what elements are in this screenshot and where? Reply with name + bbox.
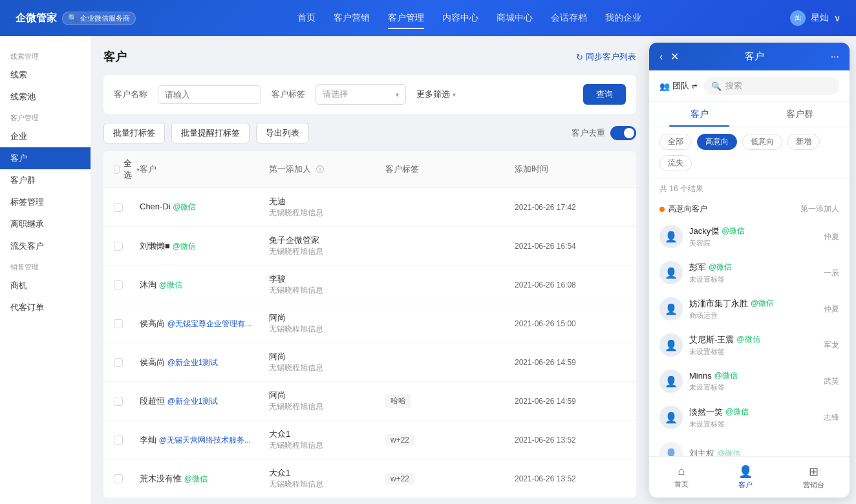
chip-all[interactable]: 全部 <box>659 134 692 150</box>
contact-item[interactable]: 👤 Minns @微信 未设置标签 武英 <box>649 363 850 399</box>
contact-info: 刘主权 @微信 <box>689 448 839 456</box>
footer-customer[interactable]: 👤 客户 <box>728 462 763 492</box>
row-checkbox[interactable] <box>114 436 123 445</box>
user-avatar: 灿 <box>790 10 806 26</box>
footer-marketing[interactable]: ⊞ 营销台 <box>793 462 835 492</box>
panel-footer: ⌂ 首页 👤 客户 ⊞ 营销台 <box>649 456 850 498</box>
sidebar-item-proxy-order[interactable]: 代客订单 <box>0 297 91 319</box>
wechat-link[interactable]: @微信 <box>172 242 195 251</box>
wechat-link[interactable]: @微信 <box>173 202 196 211</box>
sidebar-item-business-opportunity[interactable]: 商机 <box>0 275 91 297</box>
search-button[interactable]: 查询 <box>583 84 626 105</box>
nav-user[interactable]: 灿 星灿 ∨ <box>790 10 840 26</box>
table-row: Chen-Di @微信 无迪 无锡晓程旭信息 2021-06-26 17:42 <box>103 188 636 227</box>
sidebar-item-tag-management[interactable]: 标签管理 <box>0 191 91 213</box>
contact-avatar: 👤 <box>659 333 683 357</box>
tag-badge: w+22 <box>385 434 414 446</box>
chip-new[interactable]: 新增 <box>787 134 820 150</box>
team-button[interactable]: 👥 团队 ⇌ <box>659 80 697 92</box>
contact-item[interactable]: 👤 刘主权 @微信 <box>649 436 850 456</box>
action-row: 批量打标签 批量提醒打标签 导出列表 客户去重 <box>103 123 636 143</box>
contact-sub: 美容院 <box>689 238 817 248</box>
team-icon: 👥 <box>659 81 670 91</box>
contact-sub: 商场运营 <box>689 311 817 320</box>
customer-icon: 👤 <box>738 465 753 479</box>
row-checkbox[interactable] <box>114 397 123 406</box>
contact-sub: 未设置标签 <box>689 347 817 357</box>
sidebar-item-resignation-inherit[interactable]: 离职继承 <box>0 213 91 235</box>
contact-name: Jacky傑 @微信 <box>689 226 817 237</box>
row-checkbox[interactable] <box>114 242 123 251</box>
adder-name: 阿尚 <box>269 351 385 362</box>
company-link[interactable]: @新企业1测试 <box>167 397 219 406</box>
customer-tag-select[interactable]: 请选择 ▾ <box>316 84 406 105</box>
export-button[interactable]: 导出列表 <box>256 123 309 143</box>
company-link[interactable]: @无锡天营网络技术服务... <box>159 436 251 445</box>
row-checkbox[interactable] <box>114 358 123 367</box>
row-checkbox[interactable] <box>114 203 123 212</box>
sidebar-item-customers[interactable]: 客户 <box>0 147 91 169</box>
back-icon[interactable]: ‹ <box>659 51 663 63</box>
tab-customer-groups[interactable]: 客户群 <box>749 102 850 127</box>
panel-search-bar[interactable]: 🔍 搜索 <box>703 77 839 95</box>
nav-home[interactable]: 首页 <box>297 10 316 26</box>
contact-item[interactable]: 👤 妨洏市集丁永胜 @微信 商场运营 仲夏 <box>649 291 850 327</box>
nav-customer-management[interactable]: 客户管理 <box>388 10 424 26</box>
logo-area: 企微管家 🔍 企业微信服务商 <box>16 12 136 25</box>
customer-name-input[interactable] <box>158 85 261 104</box>
chip-high-intent[interactable]: 高意向 <box>697 134 737 150</box>
contact-name: 淡然一笑 @微信 <box>689 406 817 418</box>
footer-home[interactable]: ⌂ 首页 <box>664 462 699 492</box>
row-checkbox[interactable] <box>114 280 123 289</box>
contact-avatar: 👤 <box>659 261 683 284</box>
nav-customer-marketing[interactable]: 客户营销 <box>334 10 370 26</box>
right-panel: ‹ ✕ 客户 ··· 👥 团队 ⇌ 🔍 搜索 客户 客户群 全部 高意向 低意向 <box>649 43 850 498</box>
wechat-link[interactable]: @微信 <box>159 280 182 289</box>
section-title: 高意向客户 <box>659 204 707 215</box>
sidebar-item-customer-groups[interactable]: 客户群 <box>0 169 91 191</box>
nav-session-archive[interactable]: 会话存档 <box>551 10 587 26</box>
adder-name: 无迪 <box>269 196 385 207</box>
sidebar-item-lost-customers[interactable]: 流失客户 <box>0 235 91 257</box>
adder-name: 兔子企微管家 <box>269 235 385 246</box>
contact-info: Jacky傑 @微信 美容院 <box>689 226 817 248</box>
contact-item[interactable]: 👤 淡然一笑 @微信 未设置标签 志锋 <box>649 399 850 436</box>
contact-item[interactable]: 👤 Jacky傑 @微信 美容院 仲夏 <box>649 218 850 255</box>
contact-item[interactable]: 👤 艾尼斯-王震 @微信 未设置标签 军龙 <box>649 327 850 363</box>
contact-name: 彭军 @微信 <box>689 262 817 273</box>
row-checkbox[interactable] <box>114 474 123 483</box>
table-header: 全选 ▾ 客户 第一添加人 ⓘ 客户标签 添加时间 <box>103 151 636 188</box>
more-filter-btn[interactable]: 更多筛选 ▾ <box>416 89 456 100</box>
filter-chips: 全部 高意向 低意向 新增 流失 <box>649 127 850 178</box>
select-all-header[interactable]: 全选 ▾ <box>114 158 140 181</box>
table-row: 侯高尚 @新企业1测试 阿尚 无锡晓程旭信息 2021-06-26 14:59 <box>103 343 636 382</box>
customer-name: 沐淘 @微信 <box>140 279 269 291</box>
contact-item[interactable]: 👤 彭军 @微信 未设置标签 一辰 <box>649 255 850 291</box>
batch-tag-button[interactable]: 批量打标签 <box>103 123 165 143</box>
sidebar-item-leads[interactable]: 线索 <box>0 64 91 86</box>
contact-avatar: 👤 <box>659 442 683 456</box>
chip-low-intent[interactable]: 低意向 <box>742 134 782 150</box>
search-badge[interactable]: 🔍 企业微信服务商 <box>62 12 136 25</box>
contact-adder: 仲夏 <box>824 304 839 315</box>
company-link[interactable]: @新企业1测试 <box>167 358 219 367</box>
sidebar-item-leads-pool[interactable]: 线索池 <box>0 86 91 108</box>
nav-mall-center[interactable]: 商城中心 <box>497 10 533 26</box>
wechat-link[interactable]: @微信 <box>184 474 208 483</box>
batch-remind-button[interactable]: 批量提醒打标签 <box>171 123 250 143</box>
dedup-toggle-switch[interactable] <box>610 126 636 140</box>
chip-lost[interactable]: 流失 <box>659 155 692 171</box>
company-link[interactable]: @无锡宝尊企业管理有... <box>167 319 251 328</box>
close-icon[interactable]: ✕ <box>670 50 679 63</box>
tab-customers[interactable]: 客户 <box>649 102 749 127</box>
select-all-checkbox[interactable] <box>114 165 120 174</box>
customer-column-header: 客户 <box>140 163 269 175</box>
sidebar-group-label-sales: 销售管理 <box>0 257 91 275</box>
add-time: 2021-06-26 16:08 <box>515 280 605 289</box>
nav-my-company[interactable]: 我的企业 <box>605 10 641 26</box>
more-icon[interactable]: ··· <box>831 51 839 63</box>
sync-button[interactable]: ↻ 同步客户列表 <box>576 51 636 63</box>
sidebar-item-enterprise[interactable]: 企业 <box>0 125 91 147</box>
row-checkbox[interactable] <box>114 319 123 328</box>
nav-content-center[interactable]: 内容中心 <box>442 10 478 26</box>
